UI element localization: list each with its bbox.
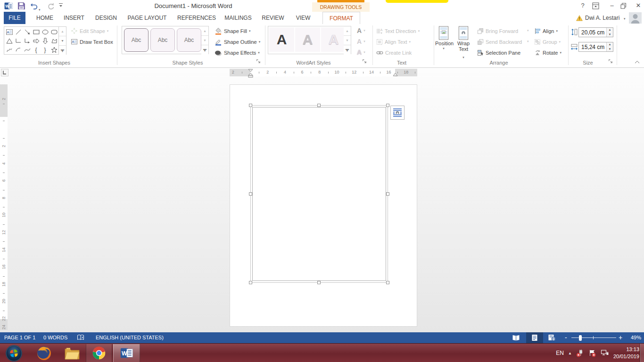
taskbar-firefox-icon[interactable] — [34, 344, 54, 362]
bring-forward-arrow-icon[interactable]: ▾ — [527, 29, 529, 32]
rotate-button[interactable]: Rotate▾ — [534, 49, 561, 57]
tab-insert[interactable]: INSERT — [60, 12, 88, 24]
resize-handle-s[interactable] — [317, 281, 321, 284]
gallery-more-icon[interactable]: ▬▼ — [344, 45, 351, 54]
resize-handle-se[interactable] — [386, 281, 389, 284]
tab-format-active[interactable]: FORMAT — [322, 12, 360, 24]
resize-handle-w[interactable] — [249, 192, 252, 196]
shape-curve-icon[interactable] — [23, 45, 32, 54]
align-text-button[interactable]: Align Text▾ — [376, 38, 411, 46]
shape-height-field[interactable]: 20,05 cm ▲▼ — [578, 27, 613, 37]
resize-handle-e[interactable] — [386, 192, 389, 196]
gallery-scroll-down-icon[interactable]: ▼ — [344, 36, 351, 45]
first-line-indent-marker[interactable] — [248, 69, 253, 78]
tab-review[interactable]: REVIEW — [258, 12, 288, 24]
gallery-scroll-down-icon[interactable]: ▼ — [59, 36, 66, 46]
shape-freeform-icon[interactable] — [50, 36, 58, 45]
wordart-style-2[interactable]: A — [295, 27, 320, 52]
shape-line-icon[interactable] — [14, 27, 23, 36]
document-area[interactable]: 224681012141618 224681012141618202224 — [0, 68, 644, 332]
wordart-style-1[interactable]: A — [269, 27, 294, 52]
taskbar-explorer-icon[interactable] — [62, 344, 82, 362]
web-layout-button[interactable] — [548, 334, 556, 341]
edit-shape-button[interactable]: Edit Shape▾ — [71, 27, 108, 35]
shape-width-field[interactable]: 15,24 cm ▲▼ — [578, 42, 613, 52]
zoom-in-button[interactable]: + — [619, 332, 622, 343]
print-layout-button[interactable] — [526, 332, 543, 343]
shape-rectangle-icon[interactable] — [32, 27, 41, 36]
read-mode-button[interactable] — [512, 334, 520, 341]
shape-star-icon[interactable] — [50, 45, 58, 54]
size-dialog-launcher[interactable] — [608, 59, 613, 64]
shape-outline-button[interactable]: Shape Outline▾ — [215, 38, 260, 46]
ribbon-display-options-button[interactable] — [592, 2, 599, 9]
power-status-icon[interactable] — [576, 349, 584, 357]
shape-styles-gallery[interactable]: Abc Abc Abc — [122, 26, 202, 54]
word-count[interactable]: 0 WORDS — [43, 332, 67, 343]
show-desktop-button[interactable] — [640, 344, 644, 362]
gallery-more-icon[interactable]: ▬▼ — [59, 46, 66, 55]
position-button[interactable]: Position ▾ — [435, 26, 452, 56]
shape-style-3[interactable]: Abc — [177, 28, 201, 52]
text-direction-button[interactable]: A Text Direction▾ — [376, 27, 420, 35]
redo-button[interactable] — [47, 2, 55, 10]
gallery-scroll-up-icon[interactable]: ▲ — [59, 27, 66, 36]
page-indicator[interactable]: PAGE 1 OF 1 — [4, 332, 35, 343]
draw-text-box-button[interactable]: A Draw Text Box — [71, 38, 113, 46]
close-button[interactable]: ✕ — [634, 2, 643, 9]
tab-view[interactable]: VIEW — [292, 12, 314, 24]
selection-pane-button[interactable]: Selection Pane — [477, 49, 520, 57]
shape-elbow-icon[interactable] — [14, 36, 23, 45]
h-ruler[interactable]: 224681012141618 — [230, 69, 417, 76]
gallery-scroll-up-icon[interactable]: ▲ — [201, 26, 208, 36]
save-button[interactable] — [17, 2, 25, 10]
text-fill-button[interactable]: A▾ — [357, 26, 365, 34]
width-spinner[interactable]: ▲▼ — [606, 42, 613, 51]
send-backward-button[interactable]: Send Backward — [477, 38, 530, 46]
shape-triangle-icon[interactable] — [5, 36, 14, 45]
tab-design[interactable]: DESIGN — [92, 12, 120, 24]
wordart-scrollbar[interactable]: ▲ ▼ ▬▼ — [344, 26, 351, 54]
undo-button[interactable] — [29, 2, 38, 10]
tab-file[interactable]: FILE — [4, 12, 25, 24]
text-outline-button[interactable]: A▾ — [357, 37, 365, 45]
avatar[interactable] — [629, 12, 642, 24]
tab-page-layout[interactable]: PAGE LAYOUT — [124, 12, 171, 24]
resize-handle-nw[interactable] — [249, 104, 252, 107]
layout-options-button[interactable] — [390, 106, 405, 120]
account-dropdown-arrow-icon[interactable]: ▾ — [624, 17, 626, 20]
zoom-out-button[interactable]: - — [565, 332, 567, 343]
account-name[interactable]: Dwi A. Lestari — [585, 12, 619, 24]
tab-references[interactable]: REFERENCES — [175, 12, 218, 24]
shapes-gallery[interactable]: A { } — [4, 26, 59, 55]
shape-effects-button[interactable]: Shape Effects▾ — [215, 49, 260, 57]
resize-handle-n[interactable] — [317, 104, 321, 107]
send-backward-arrow-icon[interactable]: ▾ — [527, 40, 529, 43]
tab-stop-selector[interactable] — [1, 69, 8, 76]
shape-right-brace-icon[interactable]: } — [41, 45, 50, 54]
bring-forward-button[interactable]: Bring Forward — [477, 27, 530, 35]
shape-oval-icon[interactable] — [41, 27, 50, 36]
v-ruler[interactable]: 224681012141618202224 — [0, 84, 8, 330]
shape-left-brace-icon[interactable]: { — [32, 45, 41, 54]
shape-style-2[interactable]: Abc — [150, 28, 175, 52]
selected-text-box[interactable] — [250, 105, 388, 283]
tab-home[interactable]: HOME — [32, 12, 58, 24]
gallery-more-icon[interactable]: ▬▼ — [201, 45, 208, 54]
shape-style-1[interactable]: Abc — [124, 28, 149, 52]
network-status-icon[interactable] — [601, 349, 609, 357]
shape-arrow-icon[interactable] — [23, 27, 32, 36]
action-center-flag-icon[interactable] — [588, 349, 596, 357]
language-indicator[interactable]: ENGLISH (UNITED STATES) — [96, 332, 164, 343]
text-effects-button[interactable]: A▾ — [357, 48, 365, 56]
zoom-slider-track[interactable] — [571, 337, 616, 338]
zoom-level[interactable]: 49% — [627, 332, 641, 343]
collapse-ribbon-button[interactable] — [635, 60, 640, 64]
shape-down-arrow-icon[interactable] — [41, 36, 50, 45]
taskbar-chrome-button[interactable] — [86, 344, 112, 362]
shape-scribble-icon[interactable] — [5, 45, 14, 54]
shape-arc-icon[interactable] — [14, 45, 23, 54]
shape-rounded-rectangle-icon[interactable] — [50, 27, 58, 36]
create-link-button[interactable]: Create Link — [376, 49, 412, 57]
shape-styles-dialog-launcher[interactable] — [256, 59, 261, 64]
